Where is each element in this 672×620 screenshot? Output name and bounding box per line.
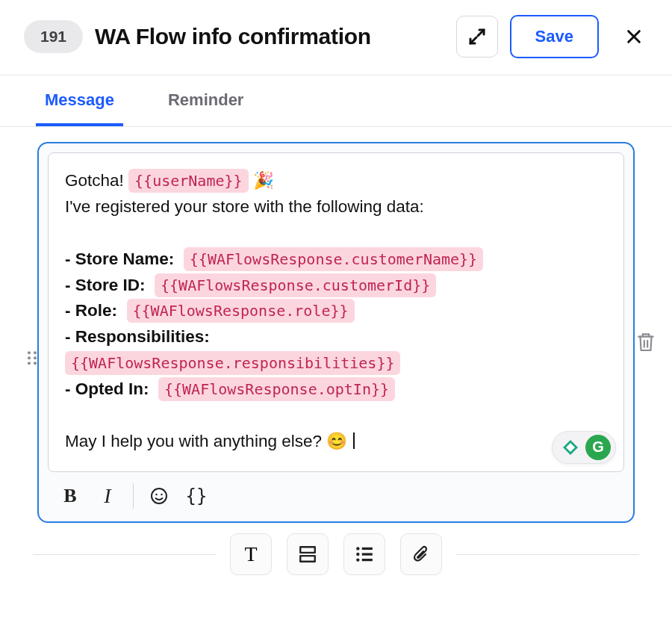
drag-handle-icon[interactable] <box>27 350 40 364</box>
close-button[interactable] <box>617 19 651 54</box>
variable-optin[interactable]: {{WAFlowsResponse.optIn}} <box>158 377 395 401</box>
variable-username[interactable]: {{userName}} <box>128 169 249 193</box>
text: I've registered your store with the foll… <box>65 194 609 220</box>
add-text-button[interactable]: T <box>230 533 272 575</box>
svg-point-5 <box>34 362 37 365</box>
svg-point-17 <box>356 558 359 561</box>
svg-point-3 <box>34 356 37 359</box>
tabs: Message Reminder <box>0 75 672 127</box>
page-title: WA Flow info confirmation <box>95 24 444 49</box>
expand-icon <box>468 28 486 46</box>
label-role: - Role: <box>65 301 117 320</box>
header: 191 WA Flow info confirmation Save <box>0 0 672 75</box>
tab-message[interactable]: Message <box>36 75 123 126</box>
svg-point-9 <box>155 493 157 495</box>
grammarly-icon: G <box>585 435 611 460</box>
svg-point-0 <box>28 351 31 354</box>
message-editor[interactable]: Gotcha! {{userName}} 🎉 I've registered y… <box>48 152 624 472</box>
separator <box>133 483 134 509</box>
svg-rect-14 <box>362 547 373 549</box>
svg-point-13 <box>356 547 359 550</box>
svg-rect-18 <box>362 559 373 561</box>
variable-customer-id[interactable]: {{WAFlowsResponse.customerId}} <box>155 273 436 297</box>
variable-role[interactable]: {{WAFlowsResponse.role}} <box>127 299 355 323</box>
editor-block: Gotcha! {{userName}} 🎉 I've registered y… <box>0 127 672 590</box>
text: Gotcha! <box>65 171 128 190</box>
text-closing: May I help you with anything else? 😊 <box>65 432 347 450</box>
add-list-button[interactable] <box>343 533 385 575</box>
label-responsibilities: - Responsibilities: <box>65 327 210 346</box>
message-card: Gotcha! {{userName}} 🎉 I've registered y… <box>37 142 635 523</box>
format-toolbar: B I {} <box>39 472 633 521</box>
add-attachment-button[interactable] <box>400 533 442 575</box>
text: 🎉 <box>253 171 274 190</box>
svg-rect-16 <box>362 553 373 555</box>
svg-point-10 <box>161 493 162 495</box>
bold-button[interactable]: B <box>54 480 87 512</box>
variable-responsibilities[interactable]: {{WAFlowsResponse.responsibilities}} <box>65 351 400 375</box>
svg-point-15 <box>356 552 359 555</box>
delete-block-button[interactable] <box>636 332 657 353</box>
svg-rect-12 <box>300 556 315 562</box>
card-icon <box>298 545 317 564</box>
add-block-bar: T <box>33 533 639 575</box>
italic-button[interactable]: I <box>91 480 124 512</box>
svg-point-1 <box>34 351 37 354</box>
svg-rect-11 <box>300 547 315 553</box>
grammarly-widget[interactable]: G <box>552 431 616 464</box>
variable-button[interactable]: {} <box>180 480 213 512</box>
label-store-name: - Store Name: <box>65 249 174 268</box>
close-icon <box>626 28 642 45</box>
tab-reminder[interactable]: Reminder <box>159 75 252 126</box>
label-opted-in: - Opted In: <box>65 379 149 398</box>
variable-customer-name[interactable]: {{WAFlowsResponse.customerName}} <box>184 247 483 271</box>
hint-icon <box>560 437 581 458</box>
list-icon <box>355 545 374 564</box>
save-button[interactable]: Save <box>510 15 599 58</box>
paperclip-icon <box>412 545 430 564</box>
add-card-button[interactable] <box>287 533 329 575</box>
emoji-icon <box>150 487 168 505</box>
expand-button[interactable] <box>456 16 498 58</box>
svg-point-4 <box>28 362 31 365</box>
text-icon: T <box>244 542 257 566</box>
svg-point-2 <box>28 356 31 359</box>
id-badge: 191 <box>24 20 83 53</box>
label-store-id: - Store ID: <box>65 276 146 294</box>
svg-point-8 <box>152 489 167 503</box>
emoji-button[interactable] <box>143 480 175 512</box>
